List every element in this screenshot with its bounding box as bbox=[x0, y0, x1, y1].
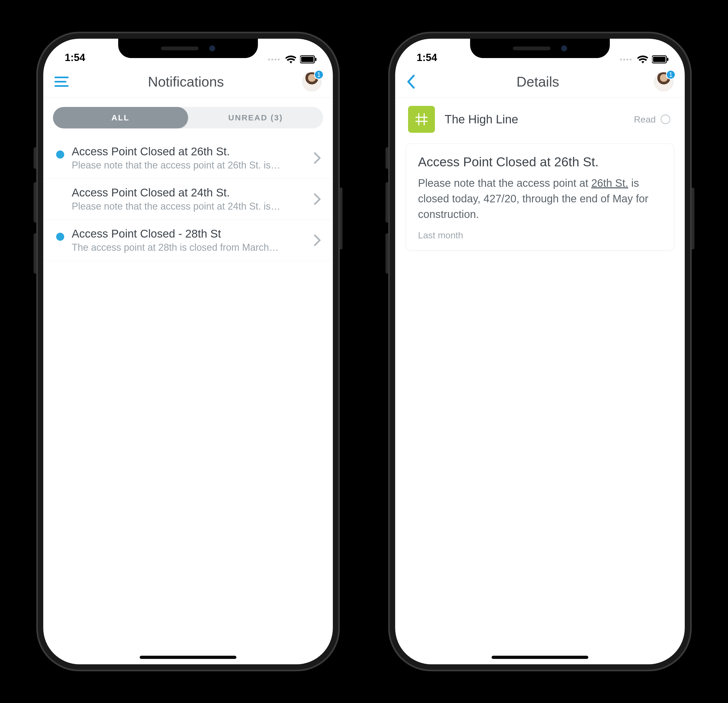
svg-rect-5 bbox=[667, 58, 668, 61]
wifi-icon bbox=[637, 55, 648, 64]
filter-segmented: ALL UNREAD (3) bbox=[53, 107, 323, 129]
status-time: 1:54 bbox=[59, 52, 85, 64]
phone-right-screen: 1:54 Details 1 bbox=[395, 39, 685, 664]
phone-left-screen: 1:54 Notifications 1 A bbox=[43, 39, 333, 664]
unread-dot-icon bbox=[56, 233, 64, 241]
mark-read-toggle[interactable]: Read bbox=[634, 114, 670, 125]
org-logo-icon bbox=[408, 106, 435, 133]
status-time: 1:54 bbox=[411, 52, 437, 64]
org-name: The High Line bbox=[445, 113, 624, 126]
notification-list: Access Point Closed at 26th St. Please n… bbox=[43, 137, 333, 261]
menu-button[interactable] bbox=[55, 77, 69, 87]
svg-rect-4 bbox=[653, 57, 666, 62]
list-item[interactable]: Access Point Closed at 26th St. Please n… bbox=[43, 137, 333, 179]
back-button[interactable] bbox=[406, 74, 422, 89]
avatar-badge: 1 bbox=[314, 70, 324, 80]
chevron-right-icon bbox=[313, 193, 321, 205]
detail-title: Access Point Closed at 26th St. bbox=[418, 155, 662, 169]
cellular-dots-icon bbox=[268, 59, 280, 61]
radio-icon bbox=[660, 114, 670, 124]
item-subtitle: Please note that the access point at 26t… bbox=[72, 160, 306, 171]
page-title: Notifications bbox=[69, 74, 302, 90]
phone-left-frame: 1:54 Notifications 1 A bbox=[36, 32, 340, 671]
avatar-badge: 1 bbox=[666, 70, 676, 80]
chevron-right-icon bbox=[313, 152, 321, 164]
tab-unread[interactable]: UNREAD (3) bbox=[188, 107, 323, 129]
svg-rect-2 bbox=[315, 58, 316, 61]
home-indicator[interactable] bbox=[140, 656, 236, 659]
home-indicator[interactable] bbox=[492, 656, 588, 659]
organization-row: The High Line Read bbox=[395, 98, 685, 141]
cellular-dots-icon bbox=[620, 59, 631, 61]
read-label: Read bbox=[634, 114, 656, 125]
wifi-icon bbox=[286, 55, 296, 64]
location-link[interactable]: 26th St. bbox=[591, 177, 628, 189]
list-item[interactable]: Access Point Closed at 24th St. Please n… bbox=[43, 179, 333, 220]
svg-rect-1 bbox=[301, 57, 314, 62]
detail-card: Access Point Closed at 26th St. Please n… bbox=[406, 143, 674, 250]
item-title: Access Point Closed at 26th St. bbox=[72, 145, 306, 158]
list-item[interactable]: Access Point Closed - 28th St The access… bbox=[43, 220, 333, 261]
item-subtitle: The access point at 28th is closed from … bbox=[72, 242, 306, 253]
chevron-right-icon bbox=[313, 234, 321, 246]
item-title: Access Point Closed - 28th St bbox=[72, 227, 306, 240]
battery-icon bbox=[652, 55, 669, 64]
app-header: Notifications 1 bbox=[43, 65, 333, 98]
tab-all[interactable]: ALL bbox=[53, 107, 188, 129]
page-title: Details bbox=[422, 74, 654, 90]
item-title: Access Point Closed at 24th St. bbox=[72, 186, 306, 199]
notch bbox=[118, 39, 258, 58]
profile-button[interactable]: 1 bbox=[654, 72, 673, 91]
notch bbox=[470, 39, 610, 58]
profile-button[interactable]: 1 bbox=[302, 72, 322, 91]
detail-body: Please note that the access point at 26t… bbox=[418, 175, 662, 222]
item-subtitle: Please note that the access point at 24t… bbox=[72, 201, 306, 212]
app-header: Details 1 bbox=[395, 65, 685, 98]
detail-timestamp: Last month bbox=[418, 230, 662, 240]
battery-icon bbox=[300, 55, 317, 64]
phone-right-frame: 1:54 Details 1 bbox=[388, 32, 692, 671]
unread-dot-icon bbox=[56, 150, 64, 159]
